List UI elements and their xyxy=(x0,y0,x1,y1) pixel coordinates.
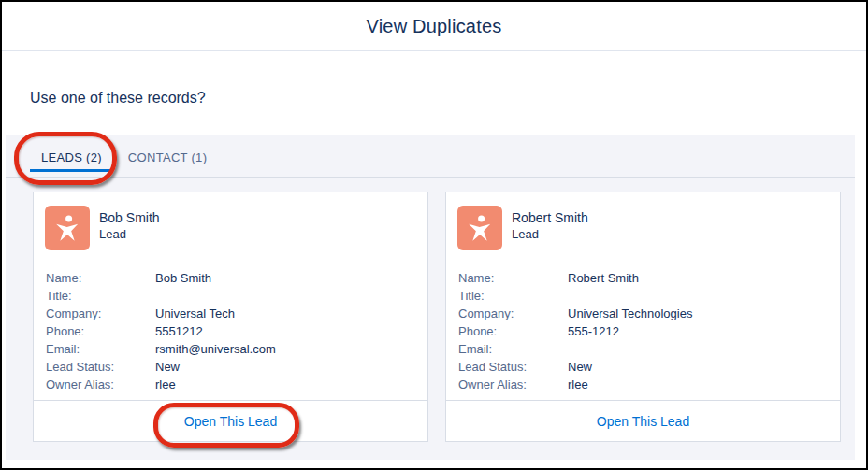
field-row-phone: Phone: 555-1212 xyxy=(458,322,840,340)
field-label: Company: xyxy=(458,305,568,322)
field-label: Lead Status: xyxy=(46,358,155,376)
field-row-owner-alias: Owner Alias: rlee xyxy=(46,376,427,393)
field-value: 555-1212 xyxy=(568,322,619,340)
field-value: rlee xyxy=(568,376,588,393)
lead-avatar-icon xyxy=(45,206,90,250)
tab-contact[interactable]: CONTACT (1) xyxy=(117,135,218,172)
field-label: Phone: xyxy=(458,322,568,340)
card-titles: Robert Smith Lead xyxy=(512,206,588,243)
field-row-phone: Phone: 5551212 xyxy=(46,322,427,340)
field-value: 5551212 xyxy=(155,322,203,340)
modal-header: View Duplicates xyxy=(2,2,866,51)
field-row-lead-status: Lead Status: New xyxy=(46,358,427,376)
field-value: Robert Smith xyxy=(568,269,639,287)
lead-avatar-icon xyxy=(457,206,502,250)
field-value: New xyxy=(155,358,180,376)
lead-card-robert-smith: Robert Smith Lead Name: Robert Smith Tit… xyxy=(445,192,841,442)
field-value: rlee xyxy=(155,376,176,393)
lead-card-bob-smith: Bob Smith Lead Name: Bob Smith Title: Co… xyxy=(33,192,428,442)
field-label: Email: xyxy=(458,340,568,358)
open-this-lead-button[interactable]: Open This Lead xyxy=(446,400,840,441)
lead-name: Robert Smith xyxy=(512,209,588,226)
field-label: Phone: xyxy=(46,322,155,340)
field-row-title: Title: xyxy=(46,287,427,305)
open-this-lead-button[interactable]: Open This Lead xyxy=(34,400,427,441)
field-label: Email: xyxy=(46,340,155,358)
field-row-name: Name: Bob Smith xyxy=(46,269,427,287)
lead-name: Bob Smith xyxy=(99,209,160,226)
page-title: View Duplicates xyxy=(367,16,502,37)
field-row-title: Title: xyxy=(458,287,840,305)
field-label: Name: xyxy=(458,269,568,287)
field-list: Name: Bob Smith Title: Company: Universa… xyxy=(46,269,427,393)
prompt-text: Use one of these records? xyxy=(30,90,206,107)
field-row-company: Company: Universal Technologies xyxy=(458,305,840,322)
record-type-label: Lead xyxy=(512,226,588,243)
field-row-email: Email: xyxy=(458,340,840,358)
card-header: Bob Smith Lead xyxy=(34,192,427,256)
card-header: Robert Smith Lead xyxy=(446,192,840,256)
field-row-company: Company: Universal Tech xyxy=(46,305,427,322)
field-value: Bob Smith xyxy=(155,269,211,287)
field-label: Owner Alias: xyxy=(46,376,155,393)
field-row-name: Name: Robert Smith xyxy=(458,269,840,287)
field-row-owner-alias: Owner Alias: rlee xyxy=(458,376,840,393)
field-row-lead-status: Lead Status: New xyxy=(458,358,840,376)
tab-strip: LEADS (2) CONTACT (1) xyxy=(6,135,855,178)
card-titles: Bob Smith Lead xyxy=(99,206,160,243)
tab-leads[interactable]: LEADS (2) xyxy=(30,135,113,172)
field-label: Lead Status: xyxy=(458,358,568,376)
duplicates-panel: LEADS (2) CONTACT (1) Bob Smith Lead xyxy=(6,135,855,460)
field-list: Name: Robert Smith Title: Company: Unive… xyxy=(458,269,840,393)
field-label: Title: xyxy=(46,287,155,305)
field-row-email: Email: rsmith@universal.com xyxy=(46,340,427,358)
field-value: rsmith@universal.com xyxy=(155,340,276,358)
field-value: Universal Technologies xyxy=(568,305,692,322)
view-duplicates-modal: View Duplicates Use one of these records… xyxy=(0,0,868,470)
field-label: Title: xyxy=(458,287,568,305)
record-type-label: Lead xyxy=(99,226,160,243)
field-label: Company: xyxy=(46,305,155,322)
field-label: Name: xyxy=(46,269,155,287)
field-label: Owner Alias: xyxy=(458,376,568,393)
field-value: Universal Tech xyxy=(155,305,235,322)
field-value: New xyxy=(568,358,592,376)
